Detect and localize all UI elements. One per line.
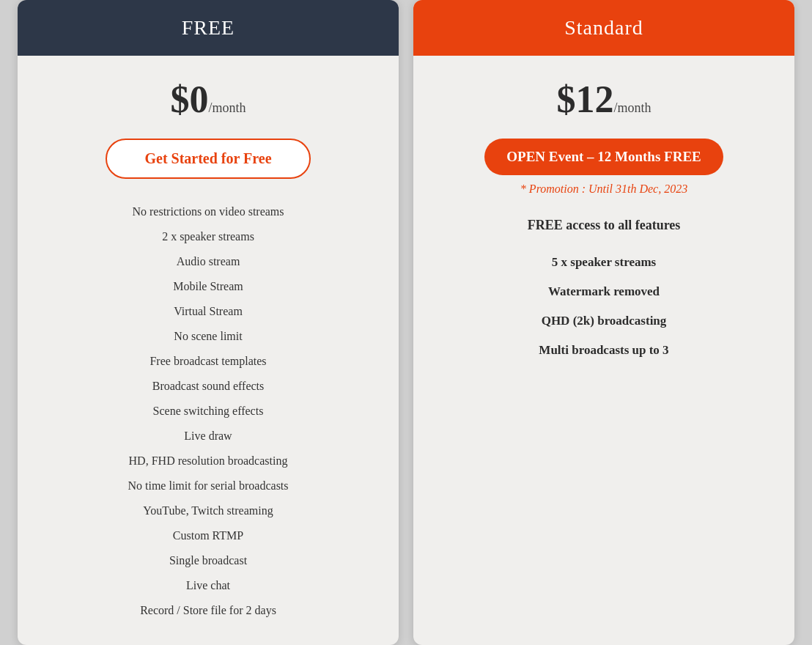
free-plan-body: $0/month Get Started for Free No restric… [18,56,399,645]
standard-plan-title: Standard [564,16,643,39]
free-price-amount: $0 [170,78,208,120]
list-item: Watermark removed [428,277,780,306]
standard-price-amount: $12 [556,78,613,120]
free-plan-card: FREE $0/month Get Started for Free No re… [18,0,399,645]
list-item: 5 x speaker streams [428,248,780,277]
list-item: No scene limit [32,324,384,349]
pricing-container: FREE $0/month Get Started for Free No re… [18,0,794,645]
list-item: QHD (2k) broadcasting [428,306,780,336]
list-item: 2 x speaker streams [32,224,384,249]
list-item: Record / Store file for 2 days [32,598,384,623]
list-item: Broadcast sound effects [32,374,384,399]
list-item: No restrictions on video streams [32,199,384,224]
free-access-label: FREE access to all features [428,218,780,233]
standard-feature-list: 5 x speaker streams Watermark removed QH… [428,248,780,365]
standard-plan-header: Standard [413,0,794,56]
list-item: YouTube, Twitch streaming [32,498,384,523]
promotion-text: * Promotion : Until 31th Dec, 2023 [428,183,780,196]
list-item: Live chat [32,573,384,598]
list-item: Virtual Stream [32,299,384,324]
list-item: HD, FHD resolution broadcasting [32,449,384,473]
list-item: Audio stream [32,249,384,274]
standard-plan-card: Standard $12/month OPEN Event – 12 Month… [413,0,794,645]
list-item: No time limit for serial broadcasts [32,473,384,498]
free-price-period: /month [208,100,246,115]
list-item: Multi broadcasts up to 3 [428,336,780,365]
free-feature-list: No restrictions on video streams 2 x spe… [32,199,384,623]
list-item: Free broadcast templates [32,349,384,374]
list-item: Mobile Stream [32,274,384,299]
standard-cta-button[interactable]: OPEN Event – 12 Months FREE [484,139,723,175]
standard-plan-price: $12/month [428,78,780,121]
list-item: Scene switching effects [32,399,384,424]
standard-plan-body: $12/month OPEN Event – 12 Months FREE * … [413,56,794,387]
list-item: Live draw [32,424,384,449]
free-plan-title: FREE [182,16,235,39]
standard-price-period: /month [613,100,651,115]
list-item: Single broadcast [32,548,384,573]
free-plan-header: FREE [18,0,399,56]
list-item: Custom RTMP [32,523,384,548]
free-cta-button[interactable]: Get Started for Free [106,139,311,179]
free-plan-price: $0/month [32,78,384,121]
